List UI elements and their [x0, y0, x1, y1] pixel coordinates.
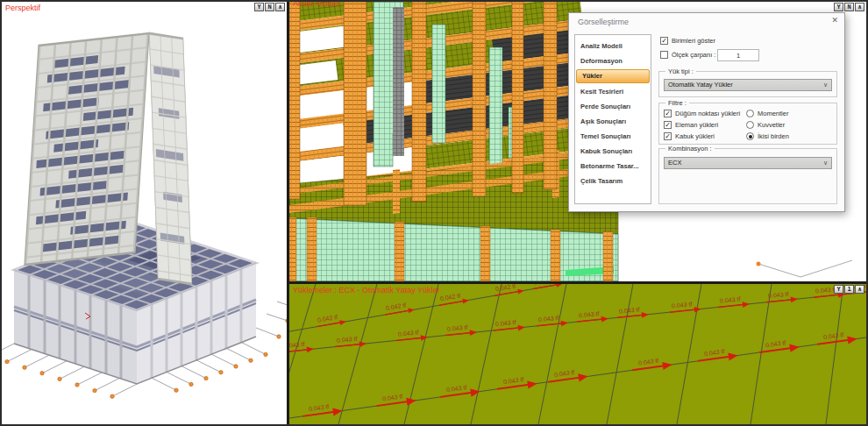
- load-value-label: 0.043 tf: [672, 301, 693, 309]
- viewport-button-∧[interactable]: ∧: [275, 3, 285, 11]
- visualization-dialog: Görselleştirme ✕ Analiz ModeliDeformasyo…: [568, 12, 845, 212]
- filter-checkbox-1[interactable]: ✓Eleman yükleri: [664, 121, 718, 129]
- load-arrow-1-2: 0.043 tf: [396, 329, 428, 340]
- checkbox-label: Birimleri göster: [672, 37, 715, 45]
- checkbox-box[interactable]: [660, 51, 668, 59]
- viewport-title: Yüklemeler : ECX - Otomatik Yatay Yükler: [293, 286, 440, 295]
- viewport-title: Perspektif: [5, 4, 40, 12]
- load-arrow-0-0: 0.042 tf: [317, 314, 345, 327]
- radio-label: Momentler: [758, 110, 788, 117]
- filter-checkbox-0[interactable]: ✓Düğüm noktası yükleri: [664, 110, 740, 117]
- checkbox-label: Düğüm noktası yükleri: [675, 110, 740, 117]
- viewport-loads[interactable]: 0.042 tf0.042 tf0.042 tf0.042 tf0.042 tf…: [289, 284, 866, 424]
- dialog-nav-item-5[interactable]: Aşık Sonuçları: [575, 114, 651, 129]
- building-3d-scene: [2, 2, 287, 424]
- radio-circle[interactable]: [746, 121, 754, 129]
- dialog-nav-item-8[interactable]: Betonarme Tasar...: [575, 159, 651, 174]
- filter-radio-1[interactable]: Kuvvetler: [746, 121, 785, 129]
- load-arrow-2-2: 0.043 tf: [440, 384, 480, 397]
- chevron-down-icon: ∨: [823, 80, 828, 90]
- load-value-label: 0.042 tf: [317, 314, 338, 323]
- viewport-perspective[interactable]: Perspektif YN∧: [2, 2, 289, 424]
- dialog-nav-item-4[interactable]: Perde Sonuçları: [575, 99, 651, 114]
- load-value-label: 0.043 tf: [446, 384, 467, 393]
- radio-circle[interactable]: [746, 110, 754, 117]
- checkbox-box[interactable]: ✓: [660, 37, 668, 45]
- load-arrow-0-1: 0.042 tf: [385, 302, 414, 315]
- load-value-label: 0.043 tf: [495, 319, 516, 327]
- dialog-title: Görselleştirme: [578, 18, 629, 26]
- viewport-button-N[interactable]: N: [844, 3, 854, 11]
- viewport-button-N[interactable]: N: [265, 3, 274, 11]
- combobox-value: ECX: [668, 159, 681, 167]
- checkbox-label: Ölçek çarpanı :: [672, 51, 715, 59]
- viewport-button-Y[interactable]: Y: [834, 285, 843, 294]
- load-value-label: 0.043 tf: [704, 348, 725, 357]
- filter-checkbox-2[interactable]: ✓Kabuk yükleri: [664, 132, 715, 140]
- load-arrow-2-0: 0.043 tf: [302, 403, 343, 416]
- load-value-label: 0.043 tf: [538, 315, 559, 323]
- dialog-nav-item-3[interactable]: Kesit Tesirleri: [575, 84, 651, 99]
- viewport-title: Analiz Modeli: [293, 2, 340, 8]
- combobox-value: Otomatik Yatay Yükler: [668, 81, 733, 89]
- filter-radio-2[interactable]: İkisi birden: [746, 132, 789, 140]
- load-arrow-1-9: 0.043 tf: [718, 295, 750, 307]
- viewport-buttons: YN∧: [834, 3, 864, 11]
- dialog-nav-item-9[interactable]: Çelik Tasarım: [575, 174, 651, 188]
- checkbox-box[interactable]: ✓: [664, 121, 672, 129]
- checkbox-olcek-carpani[interactable]: Ölçek çarpanı :: [660, 51, 715, 59]
- dialog-nav-item-6[interactable]: Temel Sonuçları: [575, 129, 651, 144]
- filter-radio-0[interactable]: Momentler: [746, 110, 788, 117]
- load-arrow-2-7: 0.043 tf: [759, 339, 800, 352]
- axis-indicator: [757, 260, 853, 277]
- viewport-button-∧[interactable]: ∧: [855, 3, 864, 11]
- load-arrow-2-1: 0.043 tf: [376, 393, 416, 406]
- checkbox-box[interactable]: ✓: [664, 110, 672, 117]
- viewport-button-∧[interactable]: ∧: [855, 285, 864, 294]
- close-icon[interactable]: ✕: [831, 16, 838, 25]
- slab-gridlines: [289, 284, 843, 424]
- load-arrow-2-5: 0.043 tf: [632, 358, 672, 371]
- viewport-button-Y[interactable]: Y: [834, 3, 843, 11]
- load-value-label: 0.043 tf: [823, 331, 844, 340]
- dialog-nav-item-1[interactable]: Deformasyon: [575, 53, 651, 68]
- load-value-label: 0.043 tf: [768, 291, 789, 299]
- dialog-nav-item-2[interactable]: Yükler: [576, 69, 650, 83]
- tower-left-face: [25, 33, 149, 265]
- combination-combobox[interactable]: ECX ∨: [664, 157, 832, 169]
- load-value-label: 0.043 tf: [337, 336, 358, 344]
- checkbox-box[interactable]: ✓: [664, 132, 672, 140]
- load-value-label: 0.042 tf: [494, 284, 516, 292]
- load-value-label: 0.043 tf: [765, 339, 786, 348]
- dialog-nav-item-7[interactable]: Kabuk Sonuçları: [575, 144, 651, 159]
- load-arrow-1-0: 0.043 tf: [289, 341, 314, 352]
- scale-factor-input[interactable]: [717, 49, 759, 61]
- radio-label: Kuvvetler: [758, 121, 785, 129]
- load-value-label: 0.043 tf: [398, 329, 419, 337]
- load-arrow-2-6: 0.043 tf: [698, 348, 738, 361]
- load-arrow-0-4: 0.042 tf: [533, 284, 562, 289]
- load-value-label: 0.042 tf: [439, 292, 460, 302]
- load-value-label: 0.043 tf: [309, 403, 330, 412]
- application-window: Perspektif YN∧: [0, 0, 868, 426]
- load-value-label: 0.043 tf: [554, 369, 575, 378]
- group-label: Yük tipi :: [665, 67, 696, 75]
- load-arrow-1-6: 0.043 tf: [577, 310, 608, 322]
- viewport-button-Y[interactable]: Y: [254, 3, 264, 11]
- load-type-combobox[interactable]: Otomatik Yatay Yükler ∨: [664, 79, 832, 91]
- radio-circle[interactable]: [746, 132, 754, 140]
- load-arrow-1-8: 0.043 tf: [670, 301, 701, 312]
- load-value-label: 0.042 tf: [385, 302, 406, 311]
- viewport-buttons: YN∧: [254, 3, 285, 11]
- dialog-nav-item-0[interactable]: Analiz Modeli: [575, 39, 651, 53]
- load-value-label: 0.043 tf: [638, 358, 659, 366]
- load-value-label: 0.043 tf: [289, 341, 305, 349]
- chevron-down-icon: ∨: [823, 158, 828, 168]
- load-arrow-1-5: 0.043 tf: [537, 315, 568, 326]
- load-value-label: 0.043 tf: [619, 306, 640, 314]
- load-arrow-2-3: 0.043 tf: [497, 376, 537, 389]
- load-arrow-1-4: 0.043 tf: [494, 319, 525, 330]
- load-arrow-0-2: 0.042 tf: [439, 292, 468, 305]
- viewport-button-1[interactable]: 1: [844, 285, 854, 294]
- checkbox-birimleri-goster[interactable]: ✓Birimleri göster: [660, 37, 715, 45]
